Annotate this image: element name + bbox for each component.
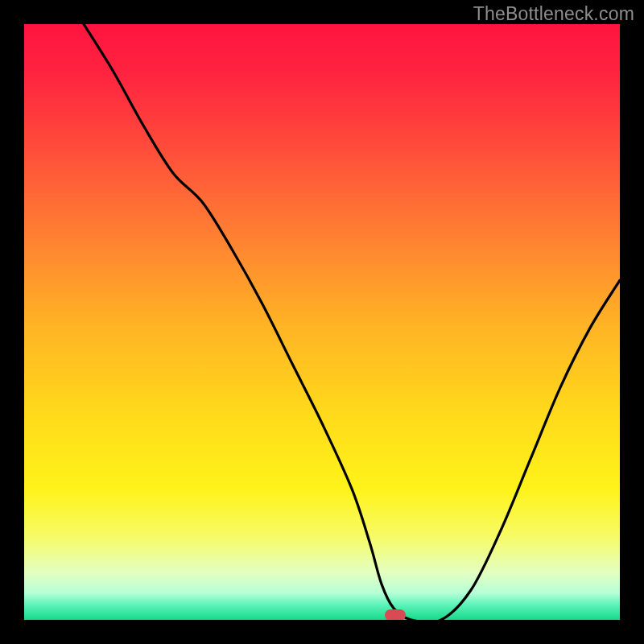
optimal-marker (385, 609, 406, 620)
watermark-text: TheBottleneck.com (473, 3, 634, 25)
plot-area (24, 24, 620, 620)
chart-frame: TheBottleneck.com (0, 0, 644, 644)
bottleneck-curve (24, 24, 620, 620)
